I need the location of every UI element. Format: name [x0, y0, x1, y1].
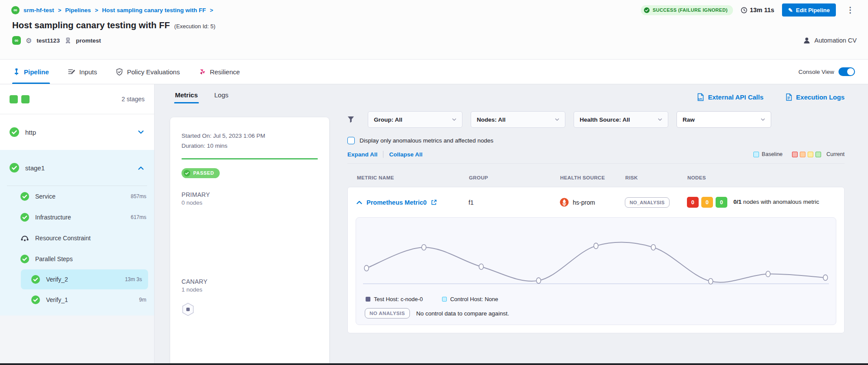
test-host-swatch — [366, 297, 370, 302]
console-view-toggle[interactable] — [838, 67, 855, 76]
external-api-calls-link[interactable]: API External API Calls — [696, 93, 763, 101]
execution-logs-link[interactable]: Execution Logs — [785, 93, 845, 101]
success-check-icon — [31, 275, 40, 284]
current-swatches — [792, 152, 821, 157]
success-check-icon — [10, 127, 19, 137]
check-circle-icon — [644, 7, 650, 13]
breadcrumb-pipelines[interactable]: Pipelines — [65, 7, 91, 13]
edit-pipeline-button[interactable]: ✎ Edit Pipeline — [782, 3, 836, 17]
sidebar-stage-http[interactable]: http — [0, 114, 154, 150]
chevron-up-icon[interactable] — [356, 200, 362, 204]
prometheus-icon — [560, 198, 569, 207]
success-check-icon — [31, 295, 40, 304]
group-filter-value: Group: All — [374, 116, 403, 123]
step-label: Parallel Steps — [35, 256, 73, 262]
sidebar-stage-stage1[interactable]: stage1 — [0, 150, 154, 186]
col-metric-name: METRIC NAME — [357, 175, 469, 180]
stage-http-label: http — [25, 129, 36, 136]
step-label: Resource Constraint — [35, 235, 91, 242]
filter-funnel-icon[interactable] — [347, 116, 354, 123]
nodes-filter-dropdown[interactable]: Nodes: All — [471, 111, 565, 128]
tab-logs[interactable]: Logs — [215, 91, 229, 103]
anomalous-only-checkbox[interactable] — [347, 137, 355, 144]
metrics-panel: API External API Calls Execution Logs Gr… — [339, 84, 868, 365]
pencil-icon: ✎ — [788, 7, 793, 13]
step-label: Infrastructure — [35, 214, 71, 221]
group-filter-dropdown[interactable]: Group: All — [368, 111, 462, 128]
risk-badge: NO_ANALYSIS — [625, 197, 670, 208]
view-mode-dropdown[interactable]: Raw — [677, 111, 771, 128]
step-duration: 9m — [139, 297, 146, 303]
baseline-swatch — [753, 152, 759, 157]
metric-name-link[interactable]: Prometheus Metric0 — [366, 199, 427, 206]
pipeline-icon — [13, 68, 20, 75]
health-source-filter-dropdown[interactable]: Health Source: All — [574, 111, 668, 128]
tab-inputs-label: Inputs — [79, 68, 97, 76]
svg-text:API: API — [698, 98, 702, 100]
api-document-icon: API — [696, 93, 704, 101]
metrics-table-header: METRIC NAME GROUP HEALTH SOURCE RISK NOD… — [347, 164, 845, 187]
stage-stage1-label: stage1 — [25, 164, 45, 172]
infrastructure-icon — [65, 37, 71, 44]
tab-resilience[interactable]: Resilience — [199, 60, 240, 84]
tab-metrics[interactable]: Metrics — [175, 91, 198, 103]
tab-inputs[interactable]: Inputs — [68, 60, 97, 84]
sidebar-step-parallel-steps[interactable]: Parallel Steps — [0, 249, 154, 269]
collapse-all-link[interactable]: Collapse All — [389, 151, 422, 158]
expand-all-link[interactable]: Expand All — [347, 151, 377, 158]
test-host-label: Test Host: c-node-0 — [374, 296, 423, 302]
nodes-filter-value: Nodes: All — [477, 116, 505, 123]
started-on: Started On: Jul 5, 2023 1:06 PM — [182, 131, 318, 141]
stage-minimap-square[interactable] — [10, 95, 18, 103]
node-count-green-badge: 0 — [716, 197, 727, 208]
chevron-up-icon[interactable] — [138, 166, 144, 170]
service-chip-icon: ∞ — [12, 36, 21, 45]
health-source-name: hs-prom — [573, 199, 595, 206]
tab-resilience-label: Resilience — [210, 68, 240, 76]
status-badge-label: SUCCESS (FAILURE IGNORED) — [653, 7, 728, 13]
col-risk: RISK — [625, 175, 687, 180]
no-analysis-badge: NO ANALYSIS — [365, 308, 410, 319]
stage-minimap-square[interactable] — [21, 95, 30, 103]
execution-id: (Execution Id: 5) — [174, 23, 215, 30]
col-group: GROUP — [469, 175, 560, 180]
breadcrumb-pipeline-name[interactable]: Host sampling canary testing with FF — [102, 7, 206, 13]
sidebar-step-service[interactable]: Service 857ms — [0, 186, 154, 207]
tab-pipeline[interactable]: Pipeline — [13, 60, 49, 84]
chevron-down-icon — [555, 118, 559, 121]
legend-current-label: Current — [826, 151, 845, 157]
sidebar-step-infrastructure[interactable]: Infrastructure 617ms — [0, 207, 154, 228]
step-label: Service — [35, 193, 56, 200]
execution-sidebar: 2 stages http stage1 Service 857ms Infra… — [0, 84, 155, 365]
step-duration: 617ms — [131, 214, 146, 220]
harness-logo-icon: ∞ — [11, 6, 20, 14]
sidebar-step-resource-constraint[interactable]: Resource Constraint — [0, 228, 154, 249]
stage-count: 2 stages — [122, 96, 145, 103]
canary-node-hexagon-icon[interactable] — [182, 302, 195, 316]
toggle-knob — [847, 68, 854, 75]
stage1-section: stage1 Service 857ms Infrastructure 617m… — [0, 150, 154, 315]
control-host-label: Control Host: None — [450, 296, 498, 302]
breadcrumb-project[interactable]: srm-hf-test — [23, 7, 54, 13]
service-name: test1123 — [36, 37, 59, 44]
external-link-icon[interactable] — [431, 199, 437, 205]
step-label: Verify_2 — [46, 276, 68, 283]
nodes-summary-text: nodes with anomalous metric — [743, 199, 819, 205]
no-analysis-message: No control data to compare against. — [416, 310, 509, 317]
metric-sparkline-chart — [363, 230, 829, 291]
tab-policy-evaluations[interactable]: Policy Evaluations — [116, 60, 180, 84]
breadcrumb-separator: > — [210, 7, 213, 13]
sidebar-step-verify-2[interactable]: Verify_2 13m 3s — [21, 269, 148, 289]
check-circle-icon — [184, 170, 190, 176]
passed-badge: PASSED — [182, 168, 220, 178]
step-duration: 13m 3s — [125, 276, 142, 282]
more-options-icon[interactable]: ⋮ — [844, 5, 857, 15]
stage-minimap: 2 stages — [0, 84, 154, 114]
col-health-source: HEALTH SOURCE — [560, 175, 625, 180]
chevron-down-icon[interactable] — [138, 130, 144, 134]
verification-summary-card: Started On: Jul 5, 2023 1:06 PM Duration… — [170, 117, 329, 365]
anomalous-only-label[interactable]: Display only anomalous metrics and affec… — [360, 137, 493, 144]
step-duration: 857ms — [131, 193, 146, 199]
clock-icon — [741, 7, 747, 13]
sidebar-step-verify-1[interactable]: Verify_1 9m — [0, 289, 154, 310]
